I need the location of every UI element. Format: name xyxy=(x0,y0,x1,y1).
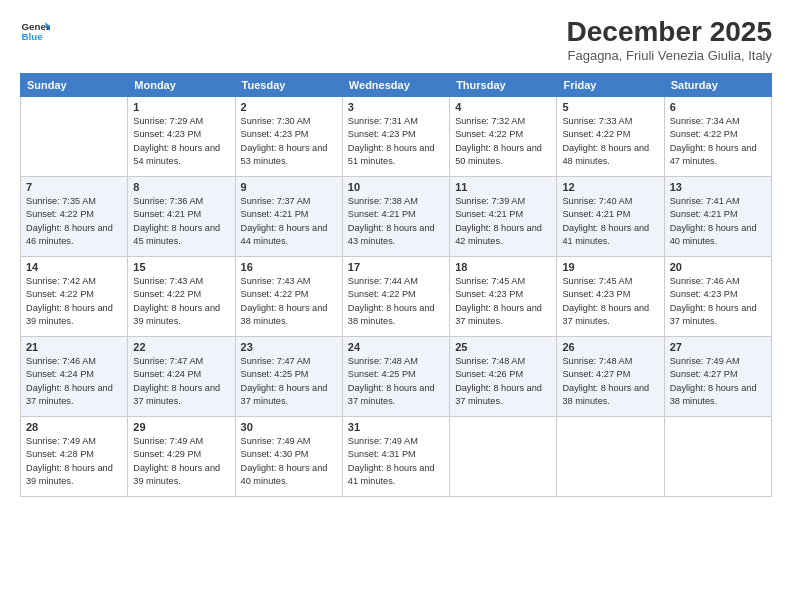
calendar-cell: 13Sunrise: 7:41 AM Sunset: 4:21 PM Dayli… xyxy=(664,177,771,257)
day-info: Sunrise: 7:30 AM Sunset: 4:23 PM Dayligh… xyxy=(241,115,337,168)
day-number: 14 xyxy=(26,261,122,273)
calendar-cell: 17Sunrise: 7:44 AM Sunset: 4:22 PM Dayli… xyxy=(342,257,449,337)
day-number: 3 xyxy=(348,101,444,113)
calendar-week-row-1: 1Sunrise: 7:29 AM Sunset: 4:23 PM Daylig… xyxy=(21,97,772,177)
col-wednesday: Wednesday xyxy=(342,74,449,97)
day-info: Sunrise: 7:45 AM Sunset: 4:23 PM Dayligh… xyxy=(562,275,658,328)
day-number: 18 xyxy=(455,261,551,273)
calendar-cell: 5Sunrise: 7:33 AM Sunset: 4:22 PM Daylig… xyxy=(557,97,664,177)
col-sunday: Sunday xyxy=(21,74,128,97)
day-info: Sunrise: 7:47 AM Sunset: 4:24 PM Dayligh… xyxy=(133,355,229,408)
day-info: Sunrise: 7:49 AM Sunset: 4:30 PM Dayligh… xyxy=(241,435,337,488)
logo-icon: General Blue xyxy=(20,16,50,46)
calendar-cell: 11Sunrise: 7:39 AM Sunset: 4:21 PM Dayli… xyxy=(450,177,557,257)
calendar-cell: 29Sunrise: 7:49 AM Sunset: 4:29 PM Dayli… xyxy=(128,417,235,497)
calendar-table: Sunday Monday Tuesday Wednesday Thursday… xyxy=(20,73,772,497)
calendar-cell: 2Sunrise: 7:30 AM Sunset: 4:23 PM Daylig… xyxy=(235,97,342,177)
month-title: December 2025 xyxy=(567,16,772,48)
day-number: 19 xyxy=(562,261,658,273)
day-number: 21 xyxy=(26,341,122,353)
day-number: 31 xyxy=(348,421,444,433)
calendar-cell: 26Sunrise: 7:48 AM Sunset: 4:27 PM Dayli… xyxy=(557,337,664,417)
day-info: Sunrise: 7:42 AM Sunset: 4:22 PM Dayligh… xyxy=(26,275,122,328)
calendar-cell: 27Sunrise: 7:49 AM Sunset: 4:27 PM Dayli… xyxy=(664,337,771,417)
calendar-cell xyxy=(450,417,557,497)
day-info: Sunrise: 7:38 AM Sunset: 4:21 PM Dayligh… xyxy=(348,195,444,248)
day-number: 30 xyxy=(241,421,337,433)
day-info: Sunrise: 7:49 AM Sunset: 4:29 PM Dayligh… xyxy=(133,435,229,488)
header: General Blue December 2025 Fagagna, Friu… xyxy=(20,16,772,63)
day-number: 1 xyxy=(133,101,229,113)
calendar-cell: 25Sunrise: 7:48 AM Sunset: 4:26 PM Dayli… xyxy=(450,337,557,417)
calendar-cell: 21Sunrise: 7:46 AM Sunset: 4:24 PM Dayli… xyxy=(21,337,128,417)
calendar-header-row: Sunday Monday Tuesday Wednesday Thursday… xyxy=(21,74,772,97)
day-number: 16 xyxy=(241,261,337,273)
day-number: 4 xyxy=(455,101,551,113)
day-number: 27 xyxy=(670,341,766,353)
day-number: 2 xyxy=(241,101,337,113)
day-info: Sunrise: 7:35 AM Sunset: 4:22 PM Dayligh… xyxy=(26,195,122,248)
calendar-cell: 6Sunrise: 7:34 AM Sunset: 4:22 PM Daylig… xyxy=(664,97,771,177)
calendar-cell: 19Sunrise: 7:45 AM Sunset: 4:23 PM Dayli… xyxy=(557,257,664,337)
calendar-cell: 4Sunrise: 7:32 AM Sunset: 4:22 PM Daylig… xyxy=(450,97,557,177)
calendar-cell: 10Sunrise: 7:38 AM Sunset: 4:21 PM Dayli… xyxy=(342,177,449,257)
day-number: 12 xyxy=(562,181,658,193)
day-info: Sunrise: 7:48 AM Sunset: 4:25 PM Dayligh… xyxy=(348,355,444,408)
day-info: Sunrise: 7:34 AM Sunset: 4:22 PM Dayligh… xyxy=(670,115,766,168)
day-info: Sunrise: 7:43 AM Sunset: 4:22 PM Dayligh… xyxy=(241,275,337,328)
calendar-cell: 16Sunrise: 7:43 AM Sunset: 4:22 PM Dayli… xyxy=(235,257,342,337)
day-number: 25 xyxy=(455,341,551,353)
day-info: Sunrise: 7:41 AM Sunset: 4:21 PM Dayligh… xyxy=(670,195,766,248)
day-number: 17 xyxy=(348,261,444,273)
calendar-cell: 31Sunrise: 7:49 AM Sunset: 4:31 PM Dayli… xyxy=(342,417,449,497)
day-number: 7 xyxy=(26,181,122,193)
day-number: 26 xyxy=(562,341,658,353)
day-info: Sunrise: 7:32 AM Sunset: 4:22 PM Dayligh… xyxy=(455,115,551,168)
day-number: 11 xyxy=(455,181,551,193)
location-subtitle: Fagagna, Friuli Venezia Giulia, Italy xyxy=(567,48,772,63)
day-info: Sunrise: 7:39 AM Sunset: 4:21 PM Dayligh… xyxy=(455,195,551,248)
col-thursday: Thursday xyxy=(450,74,557,97)
day-info: Sunrise: 7:49 AM Sunset: 4:31 PM Dayligh… xyxy=(348,435,444,488)
title-block: December 2025 Fagagna, Friuli Venezia Gi… xyxy=(567,16,772,63)
day-number: 10 xyxy=(348,181,444,193)
calendar-week-row-5: 28Sunrise: 7:49 AM Sunset: 4:28 PM Dayli… xyxy=(21,417,772,497)
logo: General Blue xyxy=(20,16,50,46)
day-info: Sunrise: 7:49 AM Sunset: 4:28 PM Dayligh… xyxy=(26,435,122,488)
day-number: 8 xyxy=(133,181,229,193)
calendar-cell: 18Sunrise: 7:45 AM Sunset: 4:23 PM Dayli… xyxy=(450,257,557,337)
svg-text:Blue: Blue xyxy=(22,31,44,42)
calendar-cell: 22Sunrise: 7:47 AM Sunset: 4:24 PM Dayli… xyxy=(128,337,235,417)
calendar-cell: 23Sunrise: 7:47 AM Sunset: 4:25 PM Dayli… xyxy=(235,337,342,417)
calendar-cell xyxy=(557,417,664,497)
day-number: 28 xyxy=(26,421,122,433)
day-info: Sunrise: 7:43 AM Sunset: 4:22 PM Dayligh… xyxy=(133,275,229,328)
day-info: Sunrise: 7:36 AM Sunset: 4:21 PM Dayligh… xyxy=(133,195,229,248)
calendar-cell: 1Sunrise: 7:29 AM Sunset: 4:23 PM Daylig… xyxy=(128,97,235,177)
col-monday: Monday xyxy=(128,74,235,97)
day-info: Sunrise: 7:29 AM Sunset: 4:23 PM Dayligh… xyxy=(133,115,229,168)
day-number: 29 xyxy=(133,421,229,433)
col-saturday: Saturday xyxy=(664,74,771,97)
day-info: Sunrise: 7:40 AM Sunset: 4:21 PM Dayligh… xyxy=(562,195,658,248)
col-friday: Friday xyxy=(557,74,664,97)
calendar-cell: 3Sunrise: 7:31 AM Sunset: 4:23 PM Daylig… xyxy=(342,97,449,177)
day-info: Sunrise: 7:48 AM Sunset: 4:26 PM Dayligh… xyxy=(455,355,551,408)
calendar-week-row-4: 21Sunrise: 7:46 AM Sunset: 4:24 PM Dayli… xyxy=(21,337,772,417)
calendar-cell: 30Sunrise: 7:49 AM Sunset: 4:30 PM Dayli… xyxy=(235,417,342,497)
page: General Blue December 2025 Fagagna, Friu… xyxy=(0,0,792,612)
day-info: Sunrise: 7:33 AM Sunset: 4:22 PM Dayligh… xyxy=(562,115,658,168)
calendar-cell: 12Sunrise: 7:40 AM Sunset: 4:21 PM Dayli… xyxy=(557,177,664,257)
day-info: Sunrise: 7:49 AM Sunset: 4:27 PM Dayligh… xyxy=(670,355,766,408)
calendar-cell xyxy=(664,417,771,497)
day-info: Sunrise: 7:48 AM Sunset: 4:27 PM Dayligh… xyxy=(562,355,658,408)
day-info: Sunrise: 7:46 AM Sunset: 4:24 PM Dayligh… xyxy=(26,355,122,408)
day-number: 20 xyxy=(670,261,766,273)
day-number: 13 xyxy=(670,181,766,193)
calendar-cell: 24Sunrise: 7:48 AM Sunset: 4:25 PM Dayli… xyxy=(342,337,449,417)
day-number: 9 xyxy=(241,181,337,193)
col-tuesday: Tuesday xyxy=(235,74,342,97)
day-info: Sunrise: 7:46 AM Sunset: 4:23 PM Dayligh… xyxy=(670,275,766,328)
day-info: Sunrise: 7:47 AM Sunset: 4:25 PM Dayligh… xyxy=(241,355,337,408)
calendar-cell: 9Sunrise: 7:37 AM Sunset: 4:21 PM Daylig… xyxy=(235,177,342,257)
